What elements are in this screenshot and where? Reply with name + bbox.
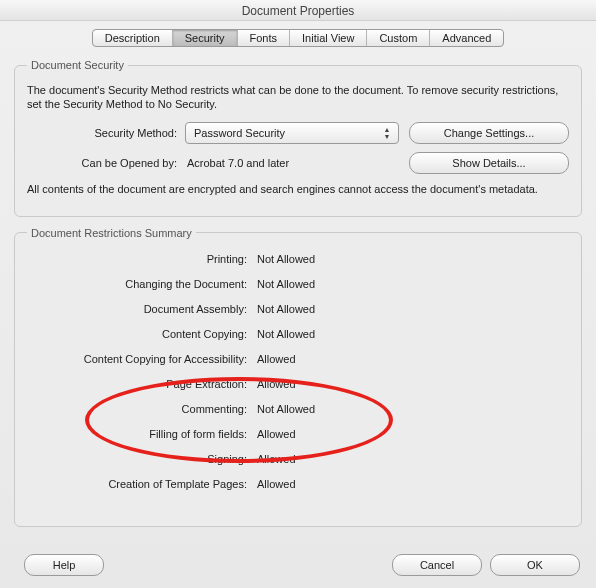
restriction-row: Page Extraction:Allowed: [27, 372, 569, 397]
restriction-row: Printing:Not Allowed: [27, 247, 569, 272]
restriction-label: Content Copying:: [27, 328, 257, 340]
restriction-label: Filling of form fields:: [27, 428, 257, 440]
select-arrows-icon: ▲▼: [380, 123, 394, 143]
restriction-label: Creation of Template Pages:: [27, 478, 257, 490]
security-method-value: Password Security: [194, 127, 285, 139]
restriction-row: Commenting:Not Allowed: [27, 397, 569, 422]
document-properties-window: Document Properties DescriptionSecurityF…: [0, 0, 596, 588]
restriction-label: Commenting:: [27, 403, 257, 415]
restriction-row: Content Copying:Not Allowed: [27, 322, 569, 347]
tab-bar: DescriptionSecurityFontsInitial ViewCust…: [0, 29, 596, 47]
restriction-row: Creation of Template Pages:Allowed: [27, 472, 569, 497]
tab-custom[interactable]: Custom: [367, 30, 430, 46]
document-restrictions-group: Document Restrictions Summary Printing:N…: [14, 227, 582, 527]
opened-by-label: Can be Opened by:: [27, 157, 185, 169]
restriction-row: Signing:Allowed: [27, 447, 569, 472]
document-restrictions-legend: Document Restrictions Summary: [27, 227, 196, 239]
tab-advanced[interactable]: Advanced: [430, 30, 503, 46]
tab-initial-view[interactable]: Initial View: [290, 30, 367, 46]
document-security-legend: Document Security: [27, 59, 128, 71]
ok-button[interactable]: OK: [490, 554, 580, 576]
restriction-value: Allowed: [257, 428, 377, 440]
window-title: Document Properties: [0, 0, 596, 21]
restriction-label: Content Copying for Accessibility:: [27, 353, 257, 365]
restriction-label: Document Assembly:: [27, 303, 257, 315]
restriction-value: Not Allowed: [257, 328, 377, 340]
restriction-label: Signing:: [27, 453, 257, 465]
security-description: The document's Security Method restricts…: [27, 83, 569, 112]
restriction-row: Content Copying for Accessibility:Allowe…: [27, 347, 569, 372]
restriction-label: Changing the Document:: [27, 278, 257, 290]
restriction-row: Changing the Document:Not Allowed: [27, 272, 569, 297]
document-security-group: Document Security The document's Securit…: [14, 59, 582, 217]
encryption-note: All contents of the document are encrypt…: [27, 182, 569, 196]
restriction-value: Not Allowed: [257, 278, 377, 290]
restriction-label: Page Extraction:: [27, 378, 257, 390]
tab-description[interactable]: Description: [93, 30, 173, 46]
tab-security[interactable]: Security: [173, 30, 238, 46]
restriction-value: Allowed: [257, 478, 377, 490]
restriction-row: Filling of form fields:Allowed: [27, 422, 569, 447]
change-settings-button[interactable]: Change Settings...: [409, 122, 569, 144]
restriction-value: Not Allowed: [257, 403, 377, 415]
tab-fonts[interactable]: Fonts: [238, 30, 291, 46]
restriction-value: Allowed: [257, 378, 377, 390]
restriction-value: Not Allowed: [257, 303, 377, 315]
restriction-label: Printing:: [27, 253, 257, 265]
cancel-button[interactable]: Cancel: [392, 554, 482, 576]
security-method-select[interactable]: Password Security ▲▼: [185, 122, 399, 144]
security-method-label: Security Method:: [27, 127, 185, 139]
restriction-value: Not Allowed: [257, 253, 377, 265]
restriction-value: Allowed: [257, 453, 377, 465]
show-details-button[interactable]: Show Details...: [409, 152, 569, 174]
dialog-footer: Help Cancel OK: [0, 554, 596, 576]
restriction-row: Document Assembly:Not Allowed: [27, 297, 569, 322]
restriction-value: Allowed: [257, 353, 377, 365]
opened-by-value: Acrobat 7.0 and later: [185, 157, 409, 169]
help-button[interactable]: Help: [24, 554, 104, 576]
